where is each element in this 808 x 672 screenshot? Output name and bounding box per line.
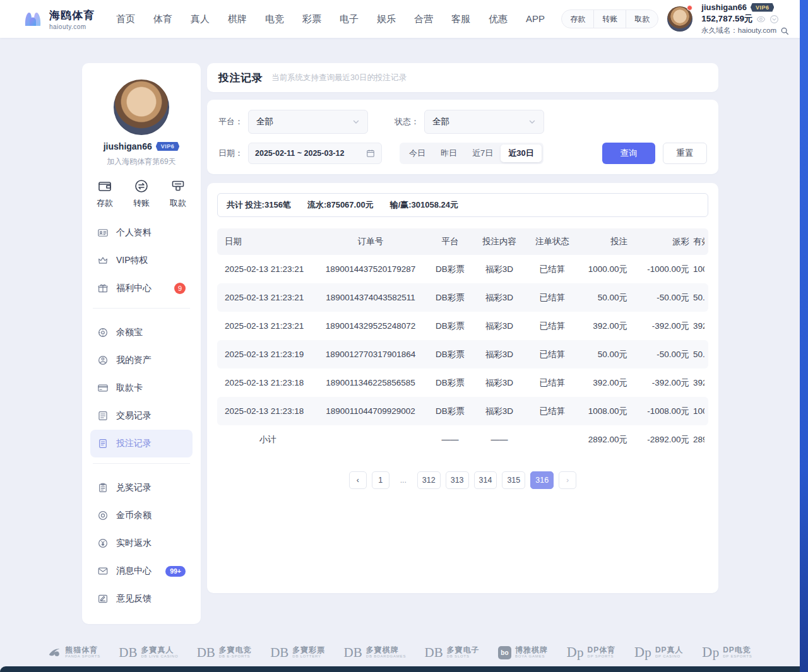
- date-quick-昨日[interactable]: 昨日: [433, 144, 465, 162]
- date-quick-今日[interactable]: 今日: [401, 144, 433, 162]
- sidebar-item-welfare[interactable]: 福利中心9: [90, 274, 193, 302]
- wallet-actions: 存款转账取款: [561, 9, 658, 28]
- brand-text: DP电竞DP ESPORTS: [723, 646, 752, 659]
- sidebar-item-profile[interactable]: 个人资料: [90, 219, 193, 247]
- page-button-315[interactable]: 315: [502, 471, 525, 489]
- brand-name-zh: 多寶电竞: [219, 646, 252, 655]
- brand-多寶彩票: DB多寶彩票DB LOTTERY: [270, 646, 325, 659]
- wallet-action-deposit[interactable]: 存款: [562, 10, 593, 28]
- brand-name: 海鸥体育: [49, 8, 95, 23]
- eye-icon[interactable]: [756, 15, 766, 24]
- nav-item[interactable]: 电竞: [265, 13, 284, 25]
- date-quick-近7日[interactable]: 近7日: [465, 144, 501, 162]
- sidebar-item-label: 投注记录: [116, 438, 152, 449]
- next-page-button[interactable]: ›: [559, 471, 576, 489]
- search-icon[interactable]: [780, 27, 789, 35]
- cell: 福彩3D: [473, 377, 525, 389]
- badge-blue: 99+: [165, 566, 186, 577]
- search-button[interactable]: 查询: [602, 143, 655, 164]
- nav-item[interactable]: 优惠: [489, 13, 508, 25]
- nav-item[interactable]: 电子: [340, 13, 359, 25]
- brand-多寶真人: DB多寶真人DB LIVE CASINO: [119, 646, 178, 659]
- quick-action-transfer[interactable]: 转账: [133, 179, 150, 209]
- sidebar-item-redeem[interactable]: 兑奖记录: [90, 474, 193, 502]
- wallet-action-withdraw[interactable]: 取款: [626, 10, 658, 28]
- cell: 1008.00元: [693, 406, 704, 417]
- boya-logo-icon: bo: [498, 646, 511, 659]
- sidebar-item-vip[interactable]: VIP特权: [90, 247, 193, 274]
- avatar[interactable]: [667, 6, 692, 32]
- sidebar-item-transactions[interactable]: 交易记录: [90, 402, 193, 430]
- brand-name-en: DB SLOTS: [447, 654, 480, 659]
- nav-item[interactable]: 客服: [451, 13, 470, 25]
- nav-item[interactable]: 首页: [116, 13, 135, 25]
- cell: 1890014329525248072: [314, 321, 427, 331]
- db-logo-icon: DB: [197, 646, 215, 659]
- rebate-icon: [97, 538, 109, 549]
- notification-dot: [687, 5, 692, 11]
- divider: [93, 463, 190, 464]
- page-button-316[interactable]: 316: [530, 471, 554, 489]
- platform-label: 平台：: [218, 116, 243, 127]
- sidebar-item-bet-records[interactable]: 投注记录: [90, 430, 193, 457]
- prev-page-button[interactable]: ‹: [349, 471, 367, 489]
- topbar-user-area: 存款转账取款 jiushigan66 VIP6 152,787.59元 永久域名…: [561, 3, 789, 35]
- nav-item[interactable]: APP: [526, 13, 545, 25]
- brand-name-zh: 熊猫体育: [65, 646, 100, 655]
- user-info: jiushigan66 VIP6 152,787.59元 永久域名：haiout…: [701, 3, 789, 35]
- refresh-balance-icon[interactable]: [769, 15, 779, 24]
- date-range-picker[interactable]: 2025-02-11 ~ 2025-03-12: [248, 143, 382, 164]
- date-quick-近30日[interactable]: 近30日: [501, 144, 541, 162]
- badge-red: 9: [174, 283, 186, 294]
- page-button-312[interactable]: 312: [417, 471, 441, 489]
- status-value: 全部: [432, 116, 449, 127]
- permanent-domain: 永久域名：haiouty.com: [701, 26, 776, 35]
- cell: 1890014437520179287: [314, 264, 427, 274]
- platform-select[interactable]: 全部: [248, 110, 368, 134]
- cell: 50.00元: [693, 349, 704, 360]
- brand-logo[interactable]: 海鸥体育 haiouty.com: [21, 8, 95, 30]
- cell: 50.00元: [693, 292, 704, 304]
- nav-item[interactable]: 彩票: [302, 13, 321, 25]
- bank-card-icon: [97, 382, 109, 394]
- brand-name-en: DP CASINO: [655, 654, 684, 659]
- sidebar-item-messages[interactable]: 消息中心99+: [90, 557, 193, 585]
- cell: ——: [473, 435, 525, 444]
- profile-avatar[interactable]: [114, 80, 169, 135]
- sidebar-item-rebate[interactable]: 实时返水: [90, 529, 193, 557]
- nav-item[interactable]: 合营: [414, 13, 433, 25]
- sidebar-item-coins[interactable]: 金币余额: [90, 502, 193, 529]
- sidebar-item-feedback[interactable]: 意见反馈: [90, 585, 193, 613]
- page-button-1[interactable]: 1: [372, 471, 389, 489]
- quick-action-label: 存款: [97, 197, 113, 209]
- cell: 1890011346225856585: [314, 378, 427, 387]
- bottom-bar: [0, 666, 800, 672]
- reset-button[interactable]: 重置: [663, 143, 707, 164]
- brand-text: 多寶电竞DB E-SPORTS: [219, 646, 252, 659]
- page-button-313[interactable]: 313: [446, 471, 469, 489]
- page-button-314[interactable]: 314: [474, 471, 497, 489]
- quick-action-deposit[interactable]: 存款: [97, 179, 113, 209]
- sidebar-item-yuebao[interactable]: 余额宝: [90, 319, 193, 346]
- cell: 已结算: [525, 349, 579, 360]
- cell: -1000.00元: [631, 264, 693, 275]
- nav-item[interactable]: 棋牌: [228, 13, 247, 25]
- quick-action-withdraw[interactable]: 取款: [170, 179, 186, 209]
- brand-text: 多寶彩票DB LOTTERY: [292, 646, 325, 659]
- sidebar-item-label: 福利中心: [116, 283, 152, 294]
- sidebar-item-assets[interactable]: 我的资产: [90, 346, 193, 374]
- cell: 1890011044709929002: [314, 406, 427, 416]
- sidebar: jiushigan66 VIP6 加入海鸥体育第69天 存款转账取款 个人资料V…: [82, 63, 201, 624]
- sidebar-item-withdraw-card[interactable]: 取款卡: [90, 374, 193, 402]
- cell: 2025-02-13 21:23:19: [221, 350, 314, 359]
- wallet-action-transfer[interactable]: 转账: [593, 10, 626, 28]
- nav-item[interactable]: 体育: [153, 13, 172, 25]
- partner-brands: 熊猫体育PANDA SPORTSDB多寶真人DB LIVE CASINODB多寶…: [0, 639, 800, 666]
- nav-item[interactable]: 娱乐: [377, 13, 396, 25]
- nav-item[interactable]: 真人: [191, 13, 210, 25]
- sidebar-quick-actions: 存款转账取款: [90, 179, 193, 209]
- summary-bar: 共计 投注:3156笔 流水:875067.00元 输/赢:301058.24元: [217, 193, 708, 217]
- main-panel: 投注记录 当前系统支持查询最近30日的投注记录 平台： 全部 状态： 全部: [207, 63, 718, 593]
- status-select[interactable]: 全部: [424, 110, 544, 134]
- sidebar-item-label: 交易记录: [116, 410, 152, 421]
